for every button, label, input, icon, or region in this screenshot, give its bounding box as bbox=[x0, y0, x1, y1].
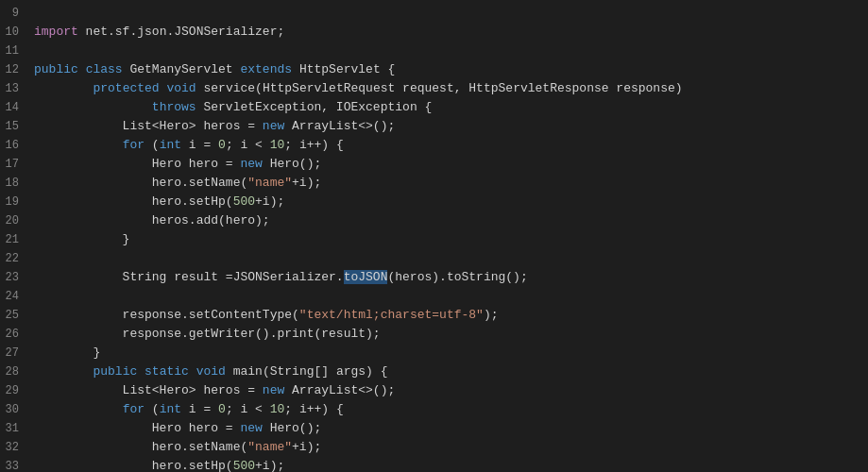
line-content: Hero hero = new Hero(); bbox=[34, 155, 849, 173]
line-number: 21 bbox=[0, 231, 34, 249]
code-line: 12public class GetManyServlet extends Ht… bbox=[0, 60, 868, 79]
code-line: 18 hero.setName("name"+i); bbox=[0, 174, 868, 193]
code-line: 32 hero.setName("name"+i); bbox=[0, 438, 868, 457]
code-line: 24 bbox=[0, 287, 868, 306]
code-line: 9 bbox=[0, 4, 868, 23]
line-number: 32 bbox=[0, 439, 34, 457]
line-number: 29 bbox=[0, 382, 34, 400]
line-number: 23 bbox=[0, 269, 34, 287]
line-content bbox=[34, 4, 849, 22]
line-content: heros.add(hero); bbox=[34, 211, 849, 229]
line-content bbox=[34, 249, 849, 267]
line-number: 11 bbox=[0, 42, 34, 60]
code-line: 20 heros.add(hero); bbox=[0, 211, 868, 230]
line-number: 25 bbox=[0, 307, 34, 325]
code-line: 26 response.getWriter().print(result); bbox=[0, 325, 868, 344]
line-number: 20 bbox=[0, 212, 34, 230]
line-number: 30 bbox=[0, 401, 34, 419]
line-number: 31 bbox=[0, 420, 34, 438]
code-line: 27 } bbox=[0, 344, 868, 362]
code-line: 14 throws ServletException, IOException … bbox=[0, 98, 868, 117]
line-content: import net.sf.json.JSONSerializer; bbox=[34, 23, 849, 41]
line-number: 13 bbox=[0, 80, 34, 98]
line-number: 14 bbox=[0, 99, 34, 117]
code-line: 11 bbox=[0, 42, 868, 60]
line-number: 15 bbox=[0, 118, 34, 136]
line-content: public static void main(String[] args) { bbox=[34, 362, 849, 380]
line-content: hero.setHp(500+i); bbox=[34, 193, 849, 211]
code-line: 21 } bbox=[0, 230, 868, 249]
line-number: 28 bbox=[0, 363, 34, 381]
line-number: 9 bbox=[0, 5, 34, 23]
code-line: 10import net.sf.json.JSONSerializer; bbox=[0, 23, 868, 42]
line-content: hero.setName("name"+i); bbox=[34, 174, 849, 192]
code-line: 23 String result =JSONSerializer.toJSON(… bbox=[0, 268, 868, 287]
code-line: 28 public static void main(String[] args… bbox=[0, 362, 868, 381]
line-number: 33 bbox=[0, 458, 34, 472]
code-line: 13 protected void service(HttpServletReq… bbox=[0, 79, 868, 98]
code-editor: 9 10import net.sf.json.JSONSerializer;11… bbox=[0, 0, 868, 472]
code-line: 29 List<Hero> heros = new ArrayList<>(); bbox=[0, 381, 868, 400]
line-content: } bbox=[34, 230, 849, 248]
line-number: 17 bbox=[0, 156, 34, 174]
line-number: 19 bbox=[0, 194, 34, 211]
line-content bbox=[34, 42, 849, 59]
line-content: for (int i = 0; i < 10; i++) { bbox=[34, 400, 849, 418]
line-content: response.getWriter().print(result); bbox=[34, 325, 849, 343]
line-content: String result =JSONSerializer.toJSON(her… bbox=[34, 268, 849, 286]
line-number: 12 bbox=[0, 61, 34, 79]
line-number: 26 bbox=[0, 326, 34, 344]
code-line: 16 for (int i = 0; i < 10; i++) { bbox=[0, 136, 868, 155]
line-content: List<Hero> heros = new ArrayList<>(); bbox=[34, 117, 849, 135]
line-content: hero.setHp(500+i); bbox=[34, 457, 849, 472]
code-line: 22 bbox=[0, 249, 868, 268]
line-content: protected void service(HttpServletReques… bbox=[34, 79, 849, 97]
code-line: 33 hero.setHp(500+i); bbox=[0, 457, 868, 472]
code-line: 19 hero.setHp(500+i); bbox=[0, 193, 868, 211]
line-number: 16 bbox=[0, 137, 34, 155]
line-content: List<Hero> heros = new ArrayList<>(); bbox=[34, 381, 849, 399]
line-number: 18 bbox=[0, 175, 34, 193]
line-content: for (int i = 0; i < 10; i++) { bbox=[34, 136, 849, 154]
line-content: response.setContentType("text/html;chars… bbox=[34, 306, 849, 324]
line-number: 24 bbox=[0, 288, 34, 306]
line-content bbox=[34, 287, 849, 305]
line-content: Hero hero = new Hero(); bbox=[34, 419, 849, 437]
code-line: 31 Hero hero = new Hero(); bbox=[0, 419, 868, 438]
code-line: 30 for (int i = 0; i < 10; i++) { bbox=[0, 400, 868, 419]
line-content: hero.setName("name"+i); bbox=[34, 438, 849, 456]
line-content: public class GetManyServlet extends Http… bbox=[34, 60, 849, 78]
line-number: 10 bbox=[0, 24, 34, 42]
line-content: } bbox=[34, 344, 849, 362]
line-number: 27 bbox=[0, 345, 34, 362]
line-content: throws ServletException, IOException { bbox=[34, 98, 849, 116]
code-line: 25 response.setContentType("text/html;ch… bbox=[0, 306, 868, 325]
line-number: 22 bbox=[0, 250, 34, 268]
code-line: 15 List<Hero> heros = new ArrayList<>(); bbox=[0, 117, 868, 136]
code-line: 17 Hero hero = new Hero(); bbox=[0, 155, 868, 174]
